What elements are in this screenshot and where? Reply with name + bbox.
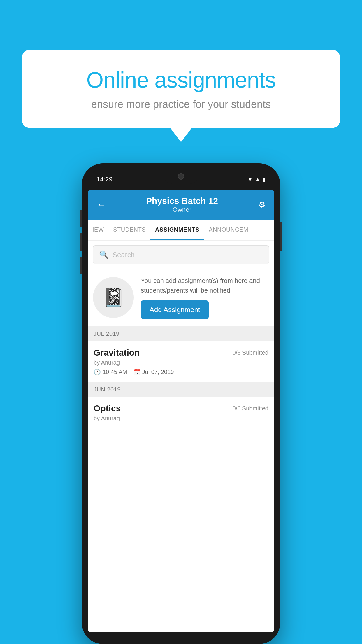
phone-notch bbox=[164, 169, 198, 184]
status-icons: ▼ ▲ ▮ bbox=[247, 176, 266, 183]
assignment-time-gravitation: 🕐 10:45 AM bbox=[94, 368, 127, 375]
phone-screen: ← Physics Batch 12 Owner ⚙ IEW STUDENTS … bbox=[88, 190, 274, 632]
section-header-jul2019: JUL 2019 bbox=[88, 326, 274, 341]
assignment-time-value-gravitation: 10:45 AM bbox=[103, 369, 127, 375]
search-bar[interactable]: 🔍 Search bbox=[93, 245, 269, 264]
phone-container: 14:29 ▼ ▲ ▮ ← Physics Batch 12 Owner ⚙ bbox=[26, 163, 336, 644]
header-title: Physics Batch 12 bbox=[106, 196, 258, 206]
tab-iew[interactable]: IEW bbox=[88, 220, 108, 240]
signal-icon: ▲ bbox=[255, 176, 260, 183]
empty-state-description: You can add assignment(s) from here and … bbox=[141, 276, 269, 295]
tab-announcements[interactable]: ANNOUNCEM bbox=[204, 220, 253, 240]
battery-icon: ▮ bbox=[263, 176, 266, 183]
add-assignment-button[interactable]: Add Assignment bbox=[141, 300, 209, 319]
header-subtitle: Owner bbox=[106, 206, 258, 214]
search-icon: 🔍 bbox=[99, 250, 108, 259]
section-header-jun2019: JUN 2019 bbox=[88, 382, 274, 397]
speech-bubble-container: Online assignments ensure more practice … bbox=[22, 50, 340, 128]
clock-icon: 🕐 bbox=[94, 368, 101, 375]
empty-state-icon-circle: 📓 bbox=[93, 277, 134, 318]
app-header: ← Physics Batch 12 Owner ⚙ bbox=[88, 190, 274, 220]
tab-students[interactable]: STUDENTS bbox=[108, 220, 150, 240]
empty-state-text: You can add assignment(s) from here and … bbox=[141, 276, 269, 319]
speech-bubble: Online assignments ensure more practice … bbox=[22, 50, 340, 128]
assignment-date-value-gravitation: Jul 07, 2019 bbox=[142, 369, 174, 375]
assignment-date-gravitation: 📅 Jul 07, 2019 bbox=[133, 368, 174, 375]
assignment-name-optics: Optics bbox=[94, 403, 121, 413]
tab-assignments[interactable]: ASSIGNMENTS bbox=[150, 220, 204, 240]
assignment-author-optics: by Anurag bbox=[94, 415, 268, 422]
back-button[interactable]: ← bbox=[96, 200, 106, 210]
phone-camera bbox=[178, 173, 184, 180]
notebook-icon: 📓 bbox=[103, 287, 124, 308]
assignment-meta-gravitation: 🕐 10:45 AM 📅 Jul 07, 2019 bbox=[94, 368, 268, 375]
assignment-row1: Gravitation 0/6 Submitted bbox=[94, 348, 268, 358]
calendar-icon: 📅 bbox=[133, 368, 140, 375]
assignment-submitted-optics: 0/6 Submitted bbox=[233, 405, 268, 412]
tabs-bar: IEW STUDENTS ASSIGNMENTS ANNOUNCEM bbox=[88, 220, 274, 241]
wifi-icon: ▼ bbox=[247, 176, 253, 183]
assignment-item-gravitation[interactable]: Gravitation 0/6 Submitted by Anurag 🕐 10… bbox=[88, 341, 274, 382]
assignment-name-gravitation: Gravitation bbox=[94, 348, 140, 358]
header-title-block: Physics Batch 12 Owner bbox=[106, 196, 258, 214]
search-placeholder: Search bbox=[113, 251, 135, 259]
volume-up-button bbox=[80, 210, 82, 228]
silent-button bbox=[80, 257, 82, 274]
phone: 14:29 ▼ ▲ ▮ ← Physics Batch 12 Owner ⚙ bbox=[82, 163, 280, 644]
assignment-item-optics[interactable]: Optics 0/6 Submitted by Anurag bbox=[88, 397, 274, 431]
power-button bbox=[280, 222, 282, 251]
assignment-row1-optics: Optics 0/6 Submitted bbox=[94, 403, 268, 413]
status-bar: 14:29 ▼ ▲ ▮ bbox=[88, 169, 274, 190]
assignment-submitted-gravitation: 0/6 Submitted bbox=[233, 349, 268, 356]
settings-icon[interactable]: ⚙ bbox=[258, 200, 266, 210]
speech-bubble-subtitle: ensure more practice for your students bbox=[42, 98, 320, 111]
speech-bubble-title: Online assignments bbox=[42, 67, 320, 92]
empty-state: 📓 You can add assignment(s) from here an… bbox=[88, 269, 274, 326]
status-time: 14:29 bbox=[96, 176, 113, 183]
volume-down-button bbox=[80, 233, 82, 251]
assignment-author-gravitation: by Anurag bbox=[94, 359, 268, 366]
search-container: 🔍 Search bbox=[88, 241, 274, 269]
